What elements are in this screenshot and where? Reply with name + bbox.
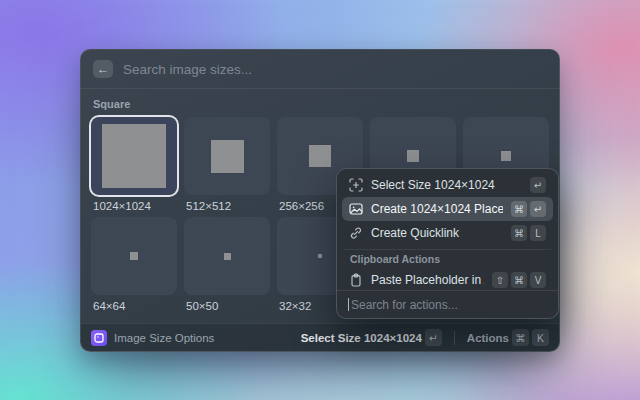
cmd-keycap: ⌘ (512, 329, 529, 346)
size-label: 1024×1024 (91, 195, 177, 217)
menu-separator (344, 249, 551, 250)
menu-item-paste-placeholder[interactable]: Paste Placeholder in Active App ⇧ ⌘ V (342, 268, 553, 292)
section-title: Square (93, 98, 549, 110)
clipboard-icon (349, 273, 363, 287)
size-preview-square (211, 140, 244, 173)
return-keycap: ↵ (530, 177, 546, 193)
image-icon (349, 202, 363, 216)
actions-search-input[interactable]: Search for actions... (337, 290, 558, 318)
grid-item-512[interactable]: 512×512 (184, 117, 270, 217)
size-preview-square (407, 150, 419, 162)
search-header: ← Search image sizes... (81, 50, 559, 89)
size-preview-square (130, 252, 138, 260)
actions-popover: Select Size 1024×1024 ↵ Create 1024×1024… (336, 168, 559, 319)
menu-item-label: Create 1024×1024 Placeholder (371, 202, 503, 216)
size-tile[interactable] (184, 217, 270, 295)
menu-item-shortcut: ⇧ ⌘ V (492, 272, 546, 288)
back-button[interactable]: ← (93, 60, 113, 78)
menu-item-shortcut: ⌘ ↵ (511, 201, 546, 217)
menu-item-shortcut: ↵ (530, 177, 546, 193)
text-cursor (348, 298, 349, 311)
search-input[interactable]: Search image sizes... (123, 62, 252, 77)
cmd-keycap: ⌘ (511, 201, 527, 217)
image-size-options-app-icon (91, 330, 107, 346)
menu-item-label: Select Size 1024×1024 (371, 178, 522, 192)
size-preview-square (318, 254, 322, 258)
v-keycap: V (530, 272, 546, 288)
size-preview-square (309, 145, 331, 167)
desktop-background: ← Search image sizes... Square 1024×1024… (0, 0, 640, 400)
actions-button[interactable]: Actions ⌘ K (467, 329, 549, 346)
actions-search-placeholder: Search for actions... (351, 298, 458, 312)
cmd-keycap: ⌘ (511, 272, 527, 288)
primary-action-button[interactable]: Select Size 1024×1024 ↵ (301, 329, 442, 346)
return-keycap: ↵ (530, 201, 546, 217)
menu-item-select-size[interactable]: Select Size 1024×1024 ↵ (342, 173, 553, 197)
size-label: 64×64 (91, 295, 177, 317)
grid-item-50[interactable]: 50×50 (184, 217, 270, 317)
cmd-keycap: ⌘ (511, 225, 527, 241)
grid-item-1024[interactable]: 1024×1024 (91, 117, 177, 217)
size-tile-selected[interactable] (91, 117, 177, 195)
app-name: Image Size Options (114, 332, 214, 344)
image-glyph-icon (94, 333, 104, 343)
primary-action-label: Select Size 1024×1024 (301, 332, 422, 344)
menu-item-shortcut: ⌘ L (511, 225, 546, 241)
menu-item-label: Create Quicklink (371, 226, 503, 240)
size-label: 50×50 (184, 295, 270, 317)
size-tile[interactable] (184, 117, 270, 195)
size-preview-square (224, 253, 231, 260)
size-label: 512×512 (184, 195, 270, 217)
back-arrow-icon: ← (97, 63, 109, 75)
menu-item-label: Paste Placeholder in Active App (371, 273, 484, 287)
shift-keycap: ⇧ (492, 272, 508, 288)
return-keycap: ↵ (425, 329, 442, 346)
grid-item-64[interactable]: 64×64 (91, 217, 177, 317)
select-frame-icon (349, 178, 363, 192)
size-tile[interactable] (91, 217, 177, 295)
k-keycap: K (532, 329, 549, 346)
menu-item-create-quicklink[interactable]: Create Quicklink ⌘ L (342, 221, 553, 245)
statusbar-divider (454, 331, 455, 345)
menu-section-label: Clipboard Actions (350, 253, 553, 265)
actions-button-label: Actions (467, 332, 509, 344)
status-bar: Image Size Options Select Size 1024×1024… (81, 323, 559, 351)
menu-item-create-placeholder[interactable]: Create 1024×1024 Placeholder ⌘ ↵ (342, 197, 553, 221)
size-preview-square (501, 151, 511, 161)
l-keycap: L (530, 225, 546, 241)
size-preview-square (102, 124, 166, 188)
link-icon (349, 226, 363, 240)
